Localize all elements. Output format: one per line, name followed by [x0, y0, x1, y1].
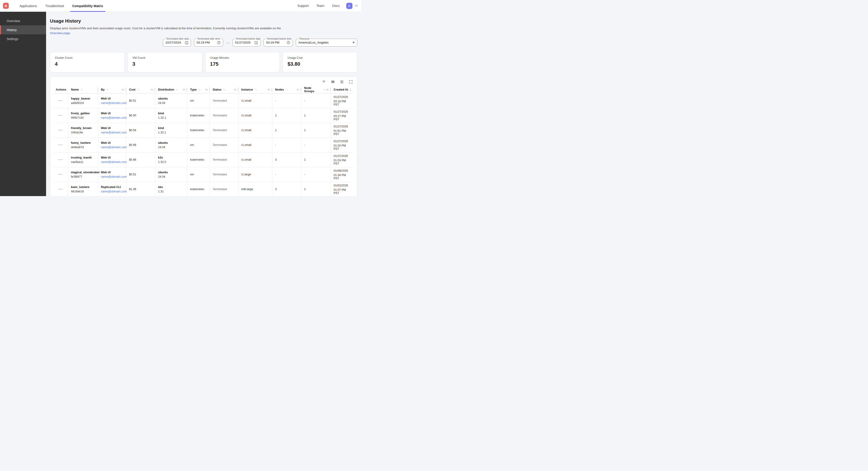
sort-icon[interactable]: [254, 88, 257, 91]
instance: r1.large: [241, 173, 271, 176]
row-actions-button[interactable]: [57, 188, 63, 190]
instance: r1.small: [241, 158, 271, 161]
column-header-node-groups[interactable]: Node Groups: [301, 86, 331, 93]
type: kubernetes: [190, 128, 208, 132]
column-drag-handle-icon[interactable]: [326, 89, 329, 90]
sort-icon[interactable]: [80, 88, 83, 91]
column-drag-handle-icon[interactable]: [234, 89, 236, 90]
filter-icon[interactable]: [322, 80, 326, 84]
chevron-down-icon[interactable]: [355, 3, 358, 7]
sort-icon[interactable]: [176, 88, 179, 91]
terminated-after-time-field[interactable]: Terminated after time 03:19 PM: [194, 39, 223, 47]
sidebar-item-history[interactable]: History: [0, 25, 46, 34]
column-header-type[interactable]: Type: [187, 86, 210, 93]
column-header-nodes[interactable]: Nodes: [272, 86, 301, 93]
stat-label: VM Count: [132, 56, 197, 59]
calendar-icon[interactable]: [254, 41, 258, 45]
fullscreen-icon[interactable]: [349, 80, 353, 84]
nav-item-applications[interactable]: Applications: [16, 0, 41, 12]
row-actions-button[interactable]: [57, 99, 63, 102]
distribution-version: 1.31: [158, 190, 186, 193]
clock-icon[interactable]: [217, 41, 221, 45]
column-drag-handle-icon[interactable]: [268, 89, 270, 90]
sort-desc-icon[interactable]: ↓: [350, 88, 351, 91]
nav-item-troubleshoot[interactable]: Troubleshoot: [41, 0, 68, 12]
column-drag-handle-icon[interactable]: [122, 89, 124, 90]
primary-nav: Applications Troubleshoot Compatibility …: [16, 0, 107, 11]
creator-email-link[interactable]: name@domain.com: [101, 116, 125, 119]
creator-email-link[interactable]: name@domain.com: [101, 131, 125, 134]
main-content: Usage History Displays prior clusters/VM…: [46, 12, 361, 196]
overview-page-link[interactable]: Overview page: [50, 31, 70, 35]
cost: $0.00: [129, 114, 154, 117]
calendar-icon[interactable]: [185, 41, 188, 45]
terminated-after-date-field[interactable]: Terminated after date 10/27/2024: [163, 39, 191, 47]
sidebar-item-overview[interactable]: Overview: [0, 17, 46, 25]
distribution-version: 1.32.0: [158, 160, 186, 164]
avatar[interactable]: K: [346, 3, 352, 9]
terminated-before-date-field[interactable]: Terminated before date 01/27/2025: [232, 39, 260, 47]
creator-email-link[interactable]: name@domain.com: [101, 190, 125, 193]
nav-item-compatibility-matrix[interactable]: Compatibility Matrix: [68, 0, 107, 12]
column-header-cost[interactable]: Cost: [126, 86, 155, 93]
column-header-instance[interactable]: Instance: [239, 86, 272, 93]
column-header-status[interactable]: Status: [210, 86, 239, 93]
column-header-by[interactable]: By: [98, 86, 126, 93]
terminated-before-time-field[interactable]: Terminated before time 03:19 PM: [264, 39, 293, 47]
distribution: kind: [158, 112, 186, 115]
column-drag-handle-icon[interactable]: [297, 89, 299, 90]
nodes: -: [275, 99, 300, 102]
type: kubernetes: [190, 114, 208, 117]
sort-icon[interactable]: [323, 88, 326, 91]
show-hide-columns-icon[interactable]: [331, 80, 335, 84]
row-actions-button[interactable]: [57, 129, 63, 131]
creator-email-link[interactable]: name@domain.com: [101, 101, 125, 105]
replicated-logo[interactable]: R: [3, 3, 9, 9]
creator-email-link[interactable]: name@domain.com: [101, 175, 125, 178]
creator-email-link[interactable]: name@domain.com: [101, 160, 125, 164]
row-actions-button[interactable]: [57, 144, 63, 146]
row-actions-button[interactable]: [57, 158, 63, 161]
column-drag-handle-icon[interactable]: [151, 89, 153, 90]
row-actions-button[interactable]: [57, 173, 63, 176]
distribution: ubuntu: [158, 171, 186, 174]
stat-card-vm-count: VM Count 3: [128, 52, 202, 72]
cluster-id: cae5ea11: [71, 160, 96, 164]
chevron-down-icon[interactable]: [352, 42, 355, 43]
created-by: Web UI: [101, 171, 125, 174]
instance: r1.small: [241, 99, 271, 102]
column-header-created-at[interactable]: Created At ↓: [331, 86, 353, 93]
column-drag-handle-icon[interactable]: [183, 89, 185, 90]
nav-item-docs[interactable]: Docs: [328, 0, 343, 12]
sort-icon[interactable]: [137, 88, 140, 91]
column-header-name[interactable]: Name: [68, 86, 98, 93]
column-header-distribution[interactable]: Distribution: [155, 86, 187, 93]
cost: $1.06: [129, 187, 154, 191]
sort-icon[interactable]: [285, 88, 288, 91]
distribution: ubuntu: [158, 141, 186, 145]
sort-icon[interactable]: [223, 88, 226, 91]
timezone-select[interactable]: Timezone America/Los_Angeles: [296, 39, 357, 47]
secondary-nav: Support Team Docs K: [293, 0, 361, 12]
created-by: Web UI: [101, 141, 125, 145]
sort-icon[interactable]: [106, 88, 109, 91]
density-icon[interactable]: [340, 80, 344, 84]
nav-item-support[interactable]: Support: [293, 0, 313, 12]
created-time: 01:34 PM PST: [334, 174, 352, 180]
row-actions-button[interactable]: [57, 114, 63, 117]
table-toolbar: [50, 77, 357, 85]
cluster-name: trusting_leavitt: [71, 156, 96, 159]
creator-email-link[interactable]: name@domain.com: [101, 146, 125, 149]
column-drag-handle-icon[interactable]: [205, 89, 208, 90]
nodes: -: [275, 173, 300, 176]
page-description-suffix: .: [70, 31, 71, 35]
nav-item-team[interactable]: Team: [313, 0, 328, 12]
usage-history-table-card: Actions Name By Cost Distribution: [50, 77, 357, 196]
sidebar-item-settings[interactable]: Settings: [0, 34, 46, 43]
column-label: Cost: [129, 88, 135, 91]
created-by: Web UI: [101, 126, 125, 130]
field-label: Timezone: [298, 37, 311, 40]
node-groups: 1: [304, 128, 329, 132]
sort-icon[interactable]: [198, 88, 201, 91]
clock-icon[interactable]: [286, 41, 290, 45]
